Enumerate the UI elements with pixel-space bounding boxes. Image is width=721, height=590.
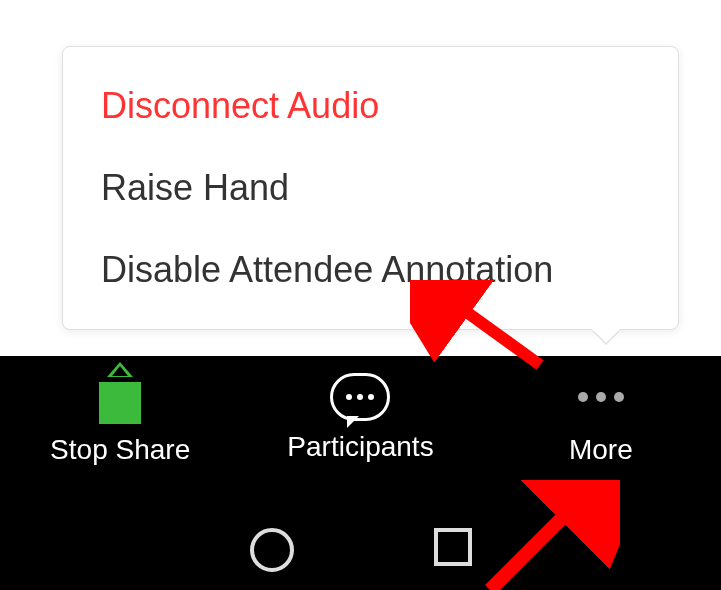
more-options-popup: Disconnect Audio Raise Hand Disable Atte… xyxy=(62,46,679,330)
meeting-toolbar: Stop Share Participants More xyxy=(0,356,721,590)
popup-tail xyxy=(592,329,620,343)
participants-icon xyxy=(330,373,390,421)
more-icon xyxy=(578,370,624,424)
nav-home-icon[interactable] xyxy=(250,528,294,572)
participants-label: Participants xyxy=(287,431,433,463)
participants-button[interactable]: Participants xyxy=(242,373,480,463)
nav-recent-icon[interactable] xyxy=(434,528,472,566)
popup-item-disconnect-audio[interactable]: Disconnect Audio xyxy=(63,65,678,147)
more-button[interactable]: More xyxy=(482,370,720,466)
stop-share-label: Stop Share xyxy=(50,434,190,466)
stop-share-icon xyxy=(93,370,147,424)
more-label: More xyxy=(569,434,633,466)
android-nav-bar xyxy=(0,528,721,572)
popup-item-raise-hand[interactable]: Raise Hand xyxy=(63,147,678,229)
popup-item-disable-annotation[interactable]: Disable Attendee Annotation xyxy=(63,229,678,311)
stop-share-button[interactable]: Stop Share xyxy=(1,370,239,466)
